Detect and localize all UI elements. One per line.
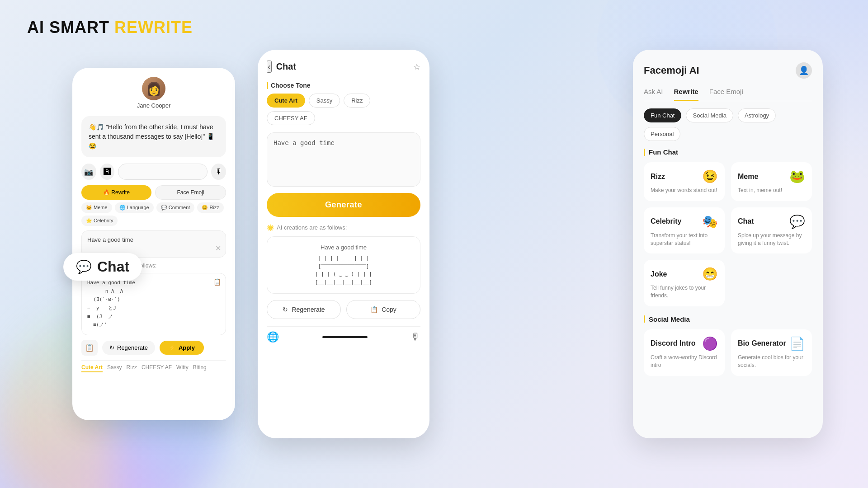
right-avatar-icon[interactable]: 👤 [796, 62, 812, 79]
social-media-text: Social Media [649, 315, 690, 323]
mid-regen-label: Regenerate [292, 306, 325, 313]
tone-sassy[interactable]: Sassy [309, 94, 340, 108]
nav-tab-ask-ai[interactable]: Ask AI [644, 88, 663, 101]
choose-tone-label: Choose Tone [267, 82, 420, 89]
fun-chat-label: Fun Chat [644, 148, 812, 156]
app-header: AI SMART REWRITE [27, 18, 193, 37]
regenerate-button[interactable]: ↻ Regenerate [102, 341, 155, 355]
cat-tab-astrology[interactable]: Astrology [738, 108, 776, 122]
tone-cute-art[interactable]: Cute Art [267, 94, 305, 108]
star-icon[interactable]: ☆ [413, 62, 420, 72]
tone-tab-cute-art[interactable]: Cute Art [81, 364, 103, 372]
cat-tab-personal[interactable]: Personal [644, 127, 680, 141]
bottom-actions: 📋 ↻ Regenerate ⚡ Apply [81, 340, 226, 356]
nav-tab-rewrite[interactable]: Rewrite [674, 88, 698, 101]
feature-card-celebrity[interactable]: Celebrity 🎭 Transform your text into sup… [644, 207, 725, 254]
mid-ai-text: AI creations are as follows: [277, 224, 347, 231]
mid-header: ‹ Chat ☆ [267, 61, 420, 73]
ascii-art: | | | | _ _ | | | [‾‾‾‾‾‾‾‾‾‾‾‾‾‾‾] | | … [274, 254, 413, 286]
feature-emoji-bio: 📄 [789, 336, 805, 351]
avatar-image: 👩 [146, 81, 162, 96]
mid-copy-icon: 📋 [370, 306, 378, 313]
celebrity-tag[interactable]: ⭐ Celebrity [81, 216, 118, 226]
social-section-bar [644, 315, 645, 323]
feature-name-discord: Discord Intro [651, 339, 696, 347]
choose-tone-text: Choose Tone [271, 82, 311, 89]
copy-icon[interactable]: 📋 [213, 277, 221, 288]
tone-tabs: Cute Art Sassy Rizz CHEESY AF Witty Biti… [81, 360, 226, 372]
back-button[interactable]: ‹ [267, 61, 272, 73]
mic-icon[interactable]: 🎙 [211, 164, 226, 180]
mid-ai-emoji: 🌟 [267, 224, 274, 231]
comment-tag[interactable]: 💬 Comment [156, 202, 195, 213]
cat-tab-social-media[interactable]: Social Media [686, 108, 733, 122]
chat-button-overlay[interactable]: 💬 Chat [63, 253, 142, 281]
meme-tag[interactable]: 🐱 Meme [81, 202, 112, 213]
mid-mic-icon[interactable]: 🎙 [410, 331, 420, 343]
tone-tab-biting[interactable]: Biting [193, 364, 207, 372]
right-nav-tabs: Ask AI Rewrite Face Emoji [644, 88, 812, 101]
social-feature-grid: Discord Intro 🟣 Craft a wow-worthy Disco… [644, 329, 812, 376]
feature-card-rizz[interactable]: Rizz 😉 Make your words stand out! [644, 162, 725, 201]
apply-button[interactable]: ⚡ Apply [160, 341, 204, 355]
camera-icon[interactable]: 📷 [81, 164, 96, 180]
profile-section: 👩 Jane Cooper [81, 77, 226, 109]
category-tabs: Fun Chat Social Media Astrology Personal [644, 108, 812, 141]
left-phone: 👩 Jane Cooper 👋🎵 "Hello from the other s… [72, 68, 235, 420]
tag-row: 🐱 Meme 🌐 Language 💬 Comment 😊 Rizz ⭐ Cel… [81, 202, 226, 226]
ascii-title: Have a good time [274, 244, 413, 251]
mid-copy-button[interactable]: 📋 Copy [346, 300, 420, 319]
generate-button[interactable]: Generate [267, 193, 420, 217]
tone-cheesy-af[interactable]: CHEESY AF [267, 111, 315, 125]
regen-icon: ↻ [109, 344, 114, 351]
title-highlight: REWRITE [114, 18, 193, 37]
mid-regenerate-button[interactable]: ↻ Regenerate [267, 300, 341, 319]
tone-tab-rizz[interactable]: Rizz [127, 364, 137, 372]
avatar: 👩 [142, 77, 165, 100]
feature-card-top-chat: Chat 💬 [738, 214, 805, 229]
rewrite-button[interactable]: 🔥 Rewrite [81, 185, 151, 200]
feature-name-rizz: Rizz [651, 173, 665, 181]
feature-emoji-celebrity: 🎭 [702, 214, 718, 229]
input-bar[interactable]: 📷 🅰 🎙 [81, 164, 226, 180]
section-bar [644, 149, 645, 156]
mid-bottom: 🌐 🎙 [267, 326, 420, 343]
feature-card-joke[interactable]: Joke 😁 Tell funny jokes to your friends. [644, 260, 725, 306]
feature-desc-celebrity: Transform your text into superstar statu… [651, 232, 718, 247]
right-panel-title: Facemoji AI [644, 65, 699, 76]
app-icon[interactable]: 🅰 [100, 164, 115, 180]
tone-tab-witty[interactable]: Witty [176, 364, 189, 372]
feature-emoji-joke: 😁 [702, 267, 718, 282]
tone-tab-cheesy[interactable]: CHEESY AF [142, 364, 172, 372]
fun-chat-text: Fun Chat [649, 148, 678, 156]
clear-icon[interactable]: ✕ [215, 244, 221, 253]
left-phone-inner: 👩 Jane Cooper 👋🎵 "Hello from the other s… [72, 68, 235, 420]
feature-card-meme[interactable]: Meme 🐸 Text in, meme out! [731, 162, 812, 201]
regen-label: Regenerate [117, 344, 148, 351]
feature-desc-chat: Spice up your message by giving it a fun… [738, 232, 805, 247]
feature-card-top-meme: Meme 🐸 [738, 169, 805, 184]
nav-tab-face-emoji[interactable]: Face Emoji [709, 88, 743, 101]
tone-tab-sassy[interactable]: Sassy [107, 364, 122, 372]
cat-tab-fun-chat[interactable]: Fun Chat [644, 108, 681, 122]
tone-rizz[interactable]: Rizz [344, 94, 370, 108]
message-input[interactable] [118, 164, 208, 180]
copy-button[interactable]: 📋 [81, 340, 98, 356]
apply-label: Apply [179, 344, 195, 351]
feature-card-discord[interactable]: Discord Intro 🟣 Craft a wow-worthy Disco… [644, 329, 725, 376]
globe-icon[interactable]: 🌐 [267, 331, 279, 343]
tone-bar [267, 82, 268, 89]
right-panel-inner: Facemoji AI 👤 Ask AI Rewrite Face Emoji … [633, 50, 823, 438]
face-emoji-button[interactable]: Face Emoji [155, 185, 226, 200]
ai-output-text: Have a good time n Λ__Λ (∃(´·ω·`) ≡ y とJ… [87, 279, 220, 329]
mid-text-input[interactable]: Have a good time [267, 132, 420, 187]
middle-phone-inner: ‹ Chat ☆ Choose Tone Cute Art Sassy Rizz… [258, 50, 429, 438]
feature-card-chat[interactable]: Chat 💬 Spice up your message by giving i… [731, 207, 812, 254]
language-tag[interactable]: 🌐 Language [115, 202, 154, 213]
rizz-tag[interactable]: 😊 Rizz [197, 202, 223, 213]
toolbar-row: 🔥 Rewrite Face Emoji [81, 185, 226, 200]
right-panel: Facemoji AI 👤 Ask AI Rewrite Face Emoji … [633, 50, 823, 438]
feature-name-celebrity: Celebrity [651, 217, 681, 225]
feature-card-bio[interactable]: Bio Generator 📄 Generate cool bios for y… [731, 329, 812, 376]
title-prefix: AI SMART [27, 18, 114, 37]
